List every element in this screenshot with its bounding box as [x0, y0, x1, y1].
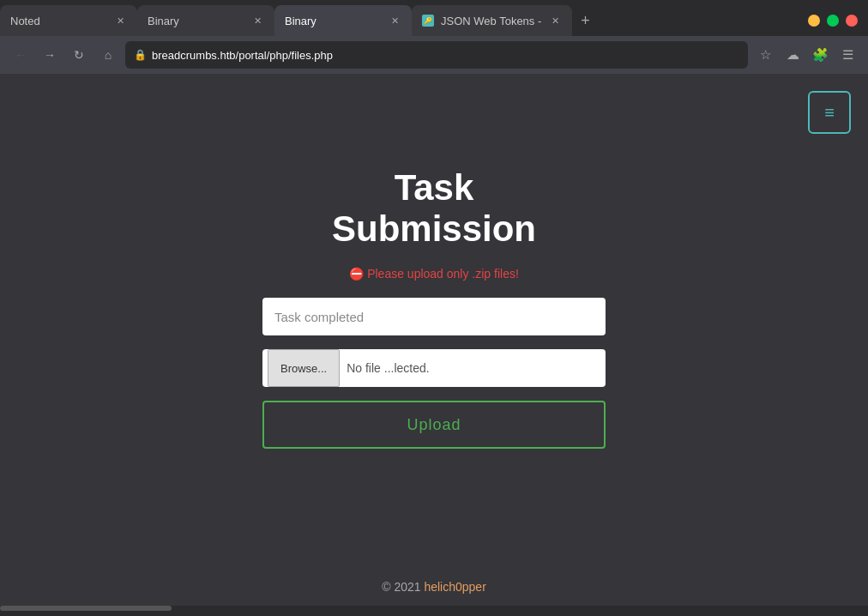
address-bar[interactable]: 🔒 breadcrumbs.htb/portal/php/files.php: [125, 41, 748, 69]
scrollbar-thumb[interactable]: [0, 606, 172, 611]
nav-bar: ← → ↻ ⌂ 🔒 breadcrumbs.htb/portal/php/fil…: [0, 36, 868, 74]
form-container: Task Submission ⛔ Please upload only .zi…: [262, 167, 606, 450]
file-label: No file ...lected.: [347, 361, 430, 375]
page-content: ≡ Task Submission ⛔ Please upload only .…: [0, 74, 868, 611]
scrollbar[interactable]: [0, 606, 868, 611]
error-message: ⛔ Please upload only .zip files!: [349, 267, 519, 281]
error-icon: ⛔: [349, 267, 364, 281]
menu-button[interactable]: ☰: [835, 43, 859, 67]
new-tab-button[interactable]: +: [572, 5, 599, 36]
pocket-button[interactable]: ☁: [781, 43, 805, 67]
extensions-button[interactable]: 🧩: [808, 43, 832, 67]
maximize-button[interactable]: [827, 15, 839, 27]
window-controls: [798, 15, 868, 27]
tab-noted[interactable]: Noted ✕: [0, 5, 137, 36]
tab-close-jwt[interactable]: ✕: [548, 14, 562, 27]
browser-chrome: Noted ✕ Binary ✕ Binary ✕ 🔑 JSON Web Tok…: [0, 0, 868, 74]
page-title: Task Submission: [332, 167, 536, 251]
tab-bar: Noted ✕ Binary ✕ Binary ✕ 🔑 JSON Web Tok…: [0, 0, 868, 36]
close-button[interactable]: [846, 15, 858, 27]
lock-icon: 🔒: [134, 49, 147, 61]
minimize-button[interactable]: [808, 15, 820, 27]
footer-author: helich0pper: [424, 580, 485, 594]
tab-close-noted[interactable]: ✕: [113, 14, 127, 27]
upload-button[interactable]: Upload: [262, 401, 606, 449]
tab-binary2[interactable]: Binary ✕: [274, 5, 412, 36]
bookmark-button[interactable]: ☆: [753, 43, 777, 67]
tab-binary1[interactable]: Binary ✕: [137, 5, 274, 36]
file-input-row: Browse... No file ...lected.: [262, 349, 606, 387]
forward-button[interactable]: →: [38, 43, 62, 67]
nav-right-icons: ☆ ☁ 🧩 ☰: [753, 43, 859, 67]
tab-jwt[interactable]: 🔑 JSON Web Tokens - ✕: [412, 5, 572, 36]
tab-close-binary2[interactable]: ✕: [388, 14, 401, 27]
reload-button[interactable]: ↻: [67, 43, 91, 67]
tab-close-binary1[interactable]: ✕: [250, 14, 264, 27]
footer: © 2021 helich0pper: [382, 580, 486, 594]
tab-favicon-jwt: 🔑: [422, 15, 434, 27]
browse-button[interactable]: Browse...: [268, 349, 340, 387]
hamburger-button[interactable]: ≡: [808, 91, 851, 134]
back-button[interactable]: ←: [9, 43, 33, 67]
home-button[interactable]: ⌂: [96, 43, 120, 67]
task-input[interactable]: [262, 298, 606, 335]
